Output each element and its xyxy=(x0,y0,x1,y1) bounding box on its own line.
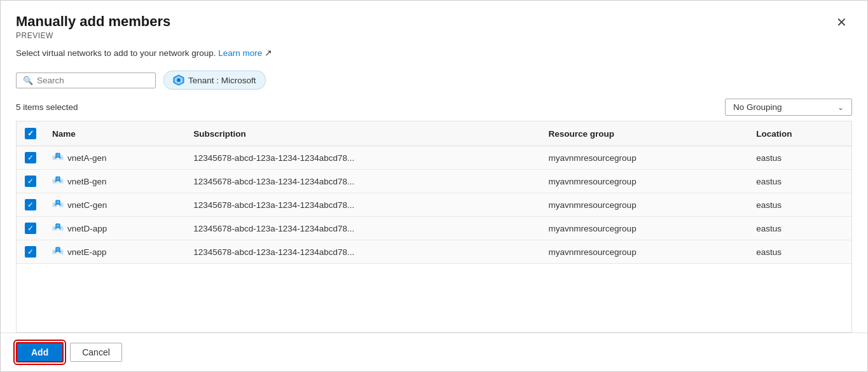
row-checkbox-cell: ✓ xyxy=(17,170,45,193)
table-row: ✓ vnetC-gen 12345678-abcd-123a-1234- xyxy=(17,193,851,217)
table-row: ✓ vnetB-gen 12345678-abcd-123a-1234- xyxy=(17,170,851,193)
table-row: ✓ vnetD-app 12345678-abcd-123a-1234- xyxy=(17,217,851,240)
toolbar: 🔍 Tenant : Microsoft xyxy=(1,65,867,95)
row-name-cell: vnetC-gen xyxy=(45,193,186,217)
dialog-header: Manually add members PREVIEW ✕ xyxy=(1,1,867,45)
table-row: ✓ vnetA-gen 12345678-abcd-123a-1234- xyxy=(17,146,851,170)
row-location: eastus xyxy=(748,146,851,170)
add-button[interactable]: Add xyxy=(16,342,64,362)
row-subscription: 12345678-abcd-123a-1234-1234abcd78... xyxy=(186,217,541,240)
svg-rect-11 xyxy=(56,177,60,181)
svg-rect-23 xyxy=(56,224,60,228)
tenant-label: Tenant : Microsoft xyxy=(188,76,256,85)
vnet-icon xyxy=(52,223,64,234)
svg-rect-29 xyxy=(56,247,60,251)
row-name: vnetD-app xyxy=(67,224,107,233)
row-checkbox-0[interactable]: ✓ xyxy=(25,152,36,163)
row-subscription: 12345678-abcd-123a-1234-1234abcd78... xyxy=(186,240,541,264)
table-body: ✓ vnetA-gen 12345678-abcd-123a-1234- xyxy=(17,146,851,264)
dialog-subtitle: PREVIEW xyxy=(16,31,170,40)
tenant-button[interactable]: Tenant : Microsoft xyxy=(163,71,266,90)
row-resource-group: myavnmresourcegroup xyxy=(541,170,749,193)
name-column-header: Name xyxy=(45,121,186,146)
search-box[interactable]: 🔍 xyxy=(16,72,156,88)
vnet-icon xyxy=(52,152,64,163)
close-button[interactable]: ✕ xyxy=(831,13,852,31)
header-title-block: Manually add members PREVIEW xyxy=(16,13,170,40)
row-checkbox-cell: ✓ xyxy=(17,146,45,170)
svg-point-2 xyxy=(177,78,181,82)
row-name-cell: vnetD-app xyxy=(45,217,186,240)
row-name-cell: vnetA-gen xyxy=(45,146,186,170)
dialog-footer: Add Cancel xyxy=(1,333,867,371)
dialog-description: Select virtual networks to add to your n… xyxy=(1,45,867,65)
status-row: 5 items selected No Grouping ⌄ xyxy=(1,95,867,121)
manually-add-members-dialog: Manually add members PREVIEW ✕ Select vi… xyxy=(1,1,867,371)
subscription-column-header: Subscription xyxy=(186,121,541,146)
search-icon: 🔍 xyxy=(23,76,33,85)
row-resource-group: myavnmresourcegroup xyxy=(541,217,749,240)
row-subscription: 12345678-abcd-123a-1234-1234abcd78... xyxy=(186,170,541,193)
search-input[interactable] xyxy=(37,76,149,85)
row-location: eastus xyxy=(748,193,851,217)
row-name-cell: vnetB-gen xyxy=(45,170,186,193)
location-column-header: Location xyxy=(748,121,851,146)
row-checkbox-cell: ✓ xyxy=(17,240,45,264)
row-location: eastus xyxy=(748,217,851,240)
select-all-column: ✓ xyxy=(17,121,45,146)
chevron-down-icon: ⌄ xyxy=(837,103,844,112)
dialog-title: Manually add members xyxy=(16,13,170,30)
row-checkbox-3[interactable]: ✓ xyxy=(25,223,36,234)
cancel-button[interactable]: Cancel xyxy=(70,343,122,362)
row-checkbox-4[interactable]: ✓ xyxy=(25,246,36,258)
vnets-table: ✓ Name Subscription Resource group Locat… xyxy=(17,121,851,264)
items-selected-label: 5 items selected xyxy=(16,102,78,112)
tenant-icon xyxy=(173,74,184,86)
row-location: eastus xyxy=(748,170,851,193)
learn-more-link[interactable]: Learn more xyxy=(218,48,262,58)
row-location: eastus xyxy=(748,240,851,264)
row-resource-group: myavnmresourcegroup xyxy=(541,193,749,217)
svg-rect-17 xyxy=(56,200,60,204)
row-resource-group: myavnmresourcegroup xyxy=(541,146,749,170)
row-checkbox-cell: ✓ xyxy=(17,217,45,240)
grouping-label: No Grouping xyxy=(733,102,782,112)
resource-group-column-header: Resource group xyxy=(541,121,749,146)
vnet-icon xyxy=(52,176,64,187)
row-subscription: 12345678-abcd-123a-1234-1234abcd78... xyxy=(186,146,541,170)
row-name-cell: vnetE-app xyxy=(45,240,186,264)
row-subscription: 12345678-abcd-123a-1234-1234abcd78... xyxy=(186,193,541,217)
grouping-dropdown[interactable]: No Grouping ⌄ xyxy=(725,99,852,116)
row-checkbox-2[interactable]: ✓ xyxy=(25,199,36,210)
svg-rect-5 xyxy=(56,153,60,157)
row-resource-group: myavnmresourcegroup xyxy=(541,240,749,264)
vnet-icon xyxy=(52,246,64,258)
row-checkbox-cell: ✓ xyxy=(17,193,45,217)
row-name: vnetB-gen xyxy=(67,177,107,186)
vnets-table-container: ✓ Name Subscription Resource group Locat… xyxy=(16,121,852,333)
row-name: vnetE-app xyxy=(67,247,107,257)
row-checkbox-1[interactable]: ✓ xyxy=(25,176,36,187)
select-all-checkbox[interactable]: ✓ xyxy=(25,128,36,139)
table-header-row: ✓ Name Subscription Resource group Locat… xyxy=(17,121,851,146)
vnet-icon xyxy=(52,199,64,210)
row-name: vnetA-gen xyxy=(67,153,107,163)
table-row: ✓ vnetE-app 12345678-abcd-123a-1234- xyxy=(17,240,851,264)
row-name: vnetC-gen xyxy=(67,200,107,210)
